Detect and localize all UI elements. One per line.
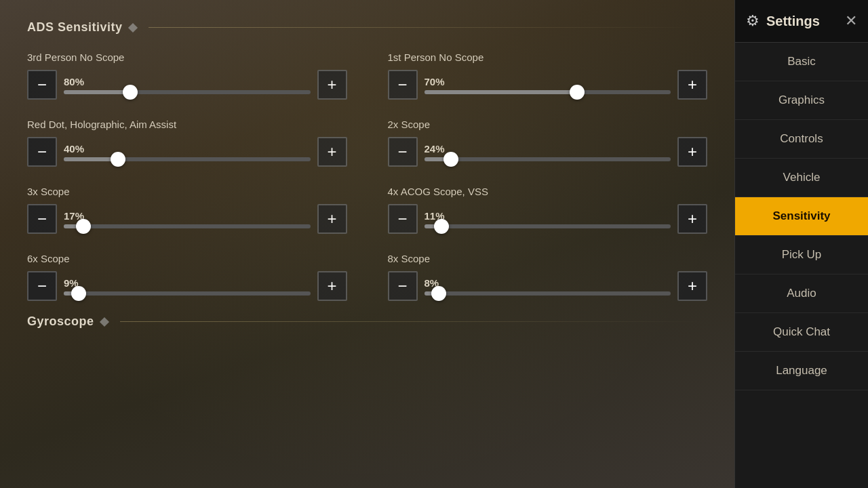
slider-6x-scope-value: 9% — [64, 277, 311, 289]
gear-icon: ⚙ — [746, 12, 760, 30]
slider-2x-scope-track: 24% — [425, 143, 671, 161]
slider-3rd-person-no-scope-thumb[interactable] — [123, 85, 138, 100]
slider-8x-scope-label: 8x Scope — [388, 253, 708, 264]
sidebar-item-controls[interactable]: Controls — [735, 120, 868, 159]
gyroscope-section-header: Gyroscope — [27, 314, 707, 329]
slider-red-dot-row: − 40% + — [27, 137, 347, 167]
slider-6x-scope-thumb[interactable] — [71, 286, 86, 301]
sidebar-item-basic[interactable]: Basic — [735, 43, 868, 81]
slider-2x-scope-row: − 24% + — [388, 137, 708, 167]
slider-1st-person-no-scope-row: − 70% + — [388, 70, 708, 100]
slider-4x-acog-label: 4x ACOG Scope, VSS — [388, 186, 708, 197]
slider-4x-acog-value: 11% — [425, 210, 671, 222]
close-button[interactable]: ✕ — [845, 12, 857, 30]
slider-4x-acog: 4x ACOG Scope, VSS − 11% + — [388, 186, 708, 234]
slider-red-dot-thumb[interactable] — [111, 152, 125, 167]
slider-8x-scope-plus[interactable]: + — [677, 271, 707, 301]
slider-4x-acog-minus[interactable]: − — [388, 204, 418, 234]
ads-section-divider — [149, 27, 707, 28]
slider-8x-scope: 8x Scope − 8% + — [388, 253, 708, 301]
slider-3rd-person-no-scope-track-container[interactable] — [64, 90, 311, 94]
slider-2x-scope-track-container[interactable] — [425, 157, 671, 161]
slider-3x-scope-thumb[interactable] — [76, 219, 91, 234]
slider-6x-scope-plus[interactable]: + — [317, 271, 347, 301]
slider-3rd-person-no-scope-minus[interactable]: − — [27, 70, 57, 100]
slider-8x-scope-row: − 8% + — [388, 271, 708, 301]
slider-3rd-person-no-scope-plus[interactable]: + — [317, 70, 347, 100]
slider-6x-scope-track: 9% — [64, 277, 311, 296]
slider-red-dot-label: Red Dot, Holographic, Aim Assist — [27, 119, 347, 130]
sidebar-item-pickup[interactable]: Pick Up — [735, 236, 868, 274]
slider-4x-acog-plus[interactable]: + — [677, 204, 707, 234]
slider-4x-acog-thumb[interactable] — [434, 219, 449, 234]
slider-red-dot-track-bg — [64, 157, 311, 161]
slider-6x-scope: 6x Scope − 9% + — [27, 253, 347, 301]
slider-red-dot: Red Dot, Holographic, Aim Assist − 40% + — [27, 119, 347, 167]
gyroscope-section-divider — [120, 321, 707, 322]
slider-1st-person-no-scope-track-container[interactable] — [425, 90, 671, 94]
slider-6x-scope-track-container[interactable] — [64, 291, 311, 296]
slider-red-dot-value: 40% — [64, 143, 311, 155]
slider-2x-scope-track-bg — [425, 157, 671, 161]
slider-6x-scope-minus[interactable]: − — [27, 271, 57, 301]
slider-1st-person-no-scope-track-bg — [425, 90, 671, 94]
slider-2x-scope-value: 24% — [425, 143, 671, 155]
slider-8x-scope-minus[interactable]: − — [388, 271, 418, 301]
slider-4x-acog-track: 11% — [425, 210, 671, 228]
slider-4x-acog-track-container[interactable] — [425, 224, 671, 228]
slider-3x-scope-value: 17% — [64, 210, 311, 222]
sidebar-item-sensitivity[interactable]: Sensitivity — [735, 197, 868, 236]
sidebar-item-quickchat[interactable]: Quick Chat — [735, 313, 868, 352]
slider-3x-scope-track: 17% — [64, 210, 311, 228]
sliders-grid: 3rd Person No Scope − 80% + 1st Person N… — [27, 52, 707, 301]
slider-4x-acog-row: − 11% + — [388, 204, 708, 234]
slider-2x-scope-plus[interactable]: + — [677, 137, 707, 167]
sidebar: ⚙ Settings ✕ Basic Graphics Controls Veh… — [734, 0, 868, 488]
slider-3x-scope: 3x Scope − 17% + — [27, 186, 347, 234]
slider-3x-scope-minus[interactable]: − — [27, 204, 57, 234]
slider-3rd-person-no-scope-fill — [64, 90, 130, 94]
slider-2x-scope-label: 2x Scope — [388, 119, 708, 130]
sidebar-item-language[interactable]: Language — [735, 352, 868, 390]
slider-2x-scope: 2x Scope − 24% + — [388, 119, 708, 167]
slider-3rd-person-no-scope-track: 80% — [64, 76, 311, 94]
slider-2x-scope-minus[interactable]: − — [388, 137, 418, 167]
slider-red-dot-plus[interactable]: + — [317, 137, 347, 167]
slider-1st-person-no-scope-value: 70% — [425, 76, 671, 87]
sidebar-title-group: ⚙ Settings — [746, 12, 820, 30]
slider-red-dot-minus[interactable]: − — [27, 137, 57, 167]
slider-8x-scope-thumb[interactable] — [431, 286, 446, 301]
sidebar-header: ⚙ Settings ✕ — [735, 0, 868, 43]
slider-3x-scope-plus[interactable]: + — [317, 204, 347, 234]
slider-1st-person-no-scope-minus[interactable]: − — [388, 70, 418, 100]
slider-red-dot-track-container[interactable] — [64, 157, 311, 161]
sidebar-item-graphics[interactable]: Graphics — [735, 81, 868, 120]
sidebar-title: Settings — [766, 14, 820, 29]
slider-3rd-person-no-scope: 3rd Person No Scope − 80% + — [27, 52, 347, 100]
gyroscope-section-title: Gyroscope — [27, 314, 94, 329]
slider-1st-person-no-scope-label: 1st Person No Scope — [388, 52, 708, 63]
slider-1st-person-no-scope-plus[interactable]: + — [677, 70, 707, 100]
slider-6x-scope-row: − 9% + — [27, 271, 347, 301]
slider-1st-person-no-scope-fill — [425, 90, 577, 94]
slider-3rd-person-no-scope-track-bg — [64, 90, 311, 94]
sidebar-item-vehicle[interactable]: Vehicle — [735, 159, 868, 197]
slider-red-dot-fill — [64, 157, 118, 161]
slider-3rd-person-no-scope-row: − 80% + — [27, 70, 347, 100]
slider-1st-person-no-scope-thumb[interactable] — [570, 85, 585, 100]
slider-3x-scope-row: − 17% + — [27, 204, 347, 234]
slider-3rd-person-no-scope-label: 3rd Person No Scope — [27, 52, 347, 63]
slider-8x-scope-track: 8% — [425, 277, 671, 296]
slider-2x-scope-thumb[interactable] — [443, 152, 458, 167]
slider-8x-scope-track-bg — [425, 291, 671, 296]
slider-8x-scope-track-container[interactable] — [425, 291, 671, 296]
sidebar-item-audio[interactable]: Audio — [735, 274, 868, 313]
ads-section-title: ADS Sensitivity — [27, 20, 123, 35]
slider-3rd-person-no-scope-value: 80% — [64, 76, 311, 87]
ads-section-header: ADS Sensitivity — [27, 20, 707, 35]
slider-1st-person-no-scope: 1st Person No Scope − 70% + — [388, 52, 708, 100]
slider-3x-scope-label: 3x Scope — [27, 186, 347, 197]
slider-1st-person-no-scope-track: 70% — [425, 76, 671, 94]
slider-3x-scope-track-container[interactable] — [64, 224, 311, 228]
slider-3x-scope-track-bg — [64, 224, 311, 228]
